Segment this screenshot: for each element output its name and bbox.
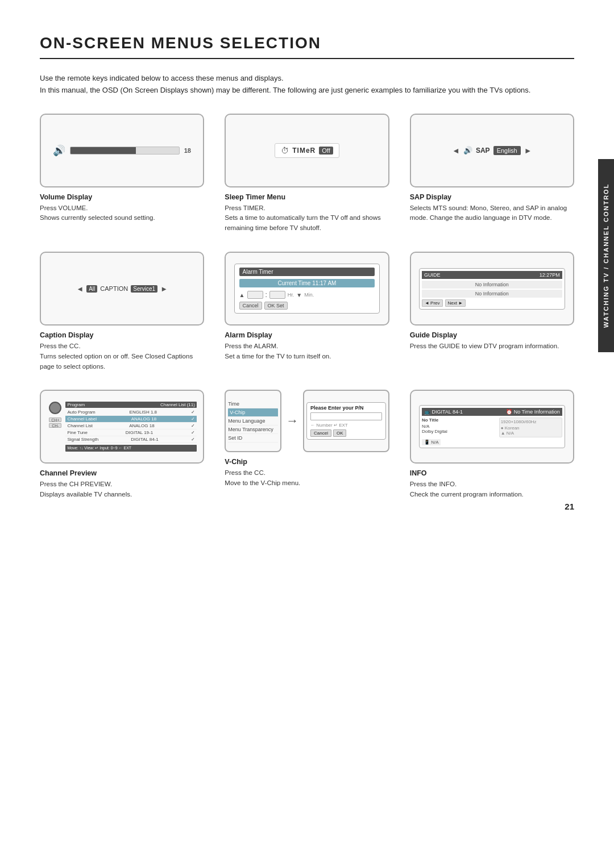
intro-line1: Use the remote keys indicated below to a… xyxy=(40,74,284,82)
info-header: 📺 DIGITAL 84-1 ⏰ No Time Information xyxy=(422,408,562,416)
guide-screen: GUIDE 12:27PM No Information No Informat… xyxy=(410,252,574,326)
alarm-ok-btn[interactable]: OK Set xyxy=(264,302,288,310)
info-header-left: 📺 DIGITAL 84-1 xyxy=(424,409,463,415)
display-item-alarm: Alarm Timer Current Time 11:17 AM ▲ : Hr… xyxy=(225,252,389,372)
ch-row-4: Fine Tune DIGITAL 19-1 ✓ xyxy=(65,429,197,436)
volume-bar xyxy=(70,147,179,155)
ch-row-5: Signal Strength DIGITAL 84-1 ✓ xyxy=(65,436,197,443)
alarm-screen-inner: Alarm Timer Current Time 11:17 AM ▲ : Hr… xyxy=(234,264,380,314)
display-item-channel: CH+ CH- Program Channel List (11) Auto P… xyxy=(40,390,204,500)
alarm-controls: ▲ : Hr. ▼ Min. xyxy=(239,291,375,299)
timer-label: TIMeR xyxy=(292,147,316,155)
display-item-volume: 🔊 18 Volume Display Press VOLUME.Shows c… xyxy=(40,114,204,233)
side-tab: WATCHING TV / CHANNEL CONTROL xyxy=(598,159,614,352)
channel-small-buttons: CH+ CH- xyxy=(49,418,61,428)
vchip-right-screen: Please Enter your P/N ← Number ↵ EXT Can… xyxy=(303,390,389,452)
guide-prev-btn[interactable]: ◄ Prev xyxy=(422,299,443,307)
displays-grid: 🔊 18 Volume Display Press VOLUME.Shows c… xyxy=(40,114,574,500)
vchip-password-input[interactable] xyxy=(310,412,382,420)
info-display-title: INFO xyxy=(410,469,574,477)
vchip-footer: Cancel OK xyxy=(310,429,382,437)
sap-icon: 🔊 xyxy=(463,146,472,155)
vchip-display-desc: Press the CC.Move to the V-Chip menu. xyxy=(225,468,389,489)
vchip-hint: ← Number ↵ EXT xyxy=(310,423,382,428)
vchip-left-inner: Time V-Chip Menu Language Menu Transpare… xyxy=(228,400,278,443)
sap-display-desc: Selects MTS sound: Mono, Stereo, and SAP… xyxy=(410,203,574,224)
volume-display-title: Volume Display xyxy=(40,193,204,201)
channel-display-title: Channel Preview xyxy=(40,469,204,477)
info-footer-item-1: 📱 N/A xyxy=(422,439,441,445)
caption-screen: ◄ All CAPTION Service1 ► xyxy=(40,252,204,326)
ch-row-2: Channel Label ANALOG 18 ✓ xyxy=(65,416,197,423)
sap-english-badge: English xyxy=(493,146,521,155)
alarm-hour-input xyxy=(247,291,263,299)
vchip-menu-transparency: Menu Transparency xyxy=(228,425,278,434)
info-header-right: ⏰ No Time Information xyxy=(506,409,560,415)
ch-btn-2[interactable]: CH- xyxy=(49,423,61,428)
sap-display-title: SAP Display xyxy=(410,193,574,201)
channel-screen: CH+ CH- Program Channel List (11) Auto P… xyxy=(40,390,204,464)
vchip-menu-vchip: V-Chip xyxy=(228,408,278,417)
ch-table-header: Program Channel List (11) xyxy=(65,402,197,408)
info-left-panel: No Title N/A Dolby Digital xyxy=(422,418,497,437)
sap-label: SAP xyxy=(476,147,490,155)
page-title: On-Screen Menus Selection xyxy=(40,34,574,59)
vchip-menu-time: Time xyxy=(228,400,278,408)
caption-service-badge: Service1 xyxy=(131,285,157,293)
guide-display-title: Guide Display xyxy=(410,331,574,339)
vchip-menu-setid: Set ID xyxy=(228,434,278,443)
alarm-buttons: Cancel OK Set xyxy=(239,302,375,310)
info-box: 📺 DIGITAL 84-1 ⏰ No Time Information No … xyxy=(419,405,565,448)
info-na: N/A xyxy=(422,424,497,429)
display-item-info: 📺 DIGITAL 84-1 ⏰ No Time Information No … xyxy=(410,390,574,500)
info-dolby: Dolby Digital xyxy=(422,429,497,434)
guide-row-2: No Information xyxy=(422,290,562,298)
timer-screen: ⏱ TIMeR Off xyxy=(225,114,389,187)
ch-btn-1[interactable]: CH+ xyxy=(49,418,61,422)
display-item-sap: ◄ 🔊 SAP English ► SAP Display Selects MT… xyxy=(410,114,574,233)
volume-number: 18 xyxy=(184,147,191,154)
guide-box: GUIDE 12:27PM No Information No Informat… xyxy=(419,268,565,310)
alarm-cancel-btn[interactable]: Cancel xyxy=(239,302,262,310)
caption-text-label: CAPTION xyxy=(100,285,128,292)
sap-arrow-right-icon: ► xyxy=(524,146,532,155)
info-display-desc: Press the INFO.Check the current program… xyxy=(410,479,574,500)
volume-icon: 🔊 xyxy=(53,144,65,157)
sap-screen-inner: ◄ 🔊 SAP English ► xyxy=(452,146,532,155)
timer-clock-icon: ⏱ xyxy=(281,146,289,155)
vchip-dialog-title: Please Enter your P/N xyxy=(310,405,382,411)
vchip-display-title: V-Chip xyxy=(225,458,389,466)
info-no-title: No Title xyxy=(422,418,497,423)
volume-display-desc: Press VOLUME.Shows currently selected so… xyxy=(40,203,204,224)
guide-footer: ◄ Prev Next ► xyxy=(422,299,562,307)
alarm-arrow-down-icon: ▼ xyxy=(296,292,302,298)
sap-arrow-left-icon: ◄ xyxy=(452,146,460,155)
ch-header-prog: Program xyxy=(67,402,85,407)
guide-header-label: GUIDE xyxy=(424,272,441,278)
vchip-cancel-btn[interactable]: Cancel xyxy=(310,429,331,437)
alarm-title-bar: Alarm Timer xyxy=(239,268,375,276)
guide-next-btn[interactable]: Next ► xyxy=(445,299,466,307)
alarm-min-label: Min. xyxy=(304,292,314,298)
alarm-min-input xyxy=(269,291,285,299)
vchip-left-screen: Time V-Chip Menu Language Menu Transpare… xyxy=(225,390,281,452)
timer-off-badge: Off xyxy=(319,147,333,155)
vchip-arrow: → xyxy=(286,414,298,428)
alarm-colon: : xyxy=(265,291,267,299)
alarm-time-bar: Current Time 11:17 AM xyxy=(239,279,375,287)
caption-screen-inner: ◄ All CAPTION Service1 ► xyxy=(76,285,168,293)
page-number: 21 xyxy=(565,502,574,511)
caption-arrow-left-icon: ◄ xyxy=(76,285,84,293)
info-resolution: 1920×1080i/60Hz xyxy=(501,419,561,424)
volume-screen: 🔊 18 xyxy=(40,114,204,187)
guide-display-desc: Press the GUIDE to view DTV program info… xyxy=(410,341,574,352)
vchip-menu-lang: Menu Language xyxy=(228,417,278,425)
display-item-vchip: Time V-Chip Menu Language Menu Transpare… xyxy=(225,390,389,500)
intro-line2: In this manual, the OSD (On Screen Displ… xyxy=(40,86,530,94)
volume-screen-inner: 🔊 18 xyxy=(53,144,191,157)
vchip-ok-btn[interactable]: OK xyxy=(333,429,347,437)
caption-display-desc: Press the CC.Turns selected option on or… xyxy=(40,341,204,372)
guide-header-time: 12:27PM xyxy=(540,272,560,278)
display-item-timer: ⏱ TIMeR Off Sleep Timer Menu Press TIMER… xyxy=(225,114,389,233)
alarm-arrow-up-icon: ▲ xyxy=(239,292,245,298)
